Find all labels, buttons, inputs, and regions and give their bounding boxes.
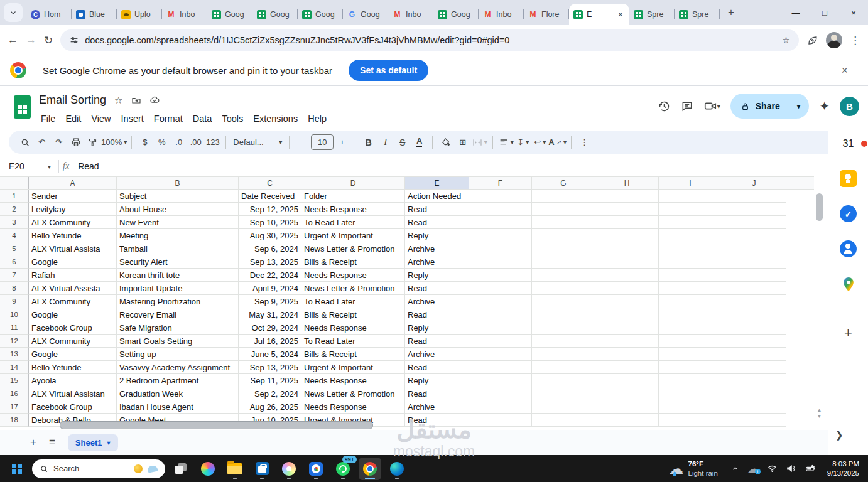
window-maximize-button[interactable]: □ <box>810 0 839 25</box>
tray-chevron-icon[interactable] <box>731 464 739 473</box>
cell-B4[interactable]: Meeting <box>117 229 239 242</box>
cell-G13[interactable] <box>532 348 595 361</box>
strikethrough-button[interactable]: S <box>394 134 411 151</box>
cell-C2[interactable]: Sep 12, 2025 <box>239 203 301 216</box>
row-header-3[interactable]: 3 <box>0 216 29 229</box>
cell-E11[interactable]: Reply <box>405 321 469 335</box>
cell-D4[interactable]: Urgent & Important <box>301 229 405 242</box>
cell-G14[interactable] <box>532 361 595 374</box>
cell-F9[interactable] <box>469 295 532 308</box>
rail-maps-icon[interactable] <box>840 276 857 292</box>
merge-cells-button[interactable]: ▾ <box>471 134 488 151</box>
cell-G9[interactable] <box>532 295 595 308</box>
cell-E6[interactable]: Archive <box>405 255 469 269</box>
cell-H16[interactable] <box>595 387 659 400</box>
format-percent-button[interactable]: % <box>153 134 170 151</box>
cell-C12[interactable]: Jul 16, 2025 <box>239 335 301 348</box>
vertical-align-button[interactable]: ↧▾ <box>514 134 531 151</box>
browser-tab-inbo-8[interactable]: MInbo <box>388 4 433 25</box>
rail-add-icon[interactable]: + <box>840 324 857 341</box>
browser-profile-avatar[interactable] <box>826 32 842 48</box>
comments-icon[interactable] <box>681 100 693 112</box>
cell-D16[interactable]: News Letter & Promotion <box>301 387 405 400</box>
cell-G3[interactable] <box>532 216 595 229</box>
cell-H6[interactable] <box>595 255 659 269</box>
cell-I5[interactable] <box>659 242 722 255</box>
cell-G2[interactable] <box>532 203 595 216</box>
cell-A8[interactable]: ALX Virtual Assista <box>29 282 117 295</box>
volume-icon[interactable] <box>786 463 796 474</box>
cell-G12[interactable] <box>532 335 595 348</box>
italic-button[interactable]: I <box>377 134 394 151</box>
row-header-4[interactable]: 4 <box>0 229 29 242</box>
performance-leaf-icon[interactable] <box>806 35 818 46</box>
cell-J7[interactable] <box>722 269 786 282</box>
cell-I9[interactable] <box>659 295 722 308</box>
row-header-1[interactable]: 1 <box>0 190 29 203</box>
more-formats-button[interactable]: 123 <box>204 134 221 151</box>
cell-H10[interactable] <box>595 308 659 321</box>
row-header-6[interactable]: 6 <box>0 255 29 269</box>
rail-tasks-icon[interactable]: ✓ <box>840 205 857 222</box>
cell-H12[interactable] <box>595 335 659 348</box>
redo-icon[interactable]: ↷ <box>50 134 67 151</box>
taskbar-edge-icon[interactable] <box>386 458 408 480</box>
cell-J13[interactable] <box>722 348 786 361</box>
cell-F5[interactable] <box>469 242 532 255</box>
cell-J18[interactable] <box>722 414 786 427</box>
cell-C9[interactable]: Sep 9, 2025 <box>239 295 301 308</box>
cell-H7[interactable] <box>595 269 659 282</box>
cell-J16[interactable] <box>722 387 786 400</box>
cell-I7[interactable] <box>659 269 722 282</box>
cell-D12[interactable]: To Read Later <box>301 335 405 348</box>
cell-J10[interactable] <box>722 308 786 321</box>
cell-J4[interactable] <box>722 229 786 242</box>
cell-E3[interactable]: Read <box>405 216 469 229</box>
menu-view[interactable]: View <box>86 111 116 126</box>
cell-B10[interactable]: Recovery Email <box>117 308 239 321</box>
cell-D6[interactable]: Bills & Receipt <box>301 255 405 269</box>
cell-C7[interactable]: Dec 22, 2024 <box>239 269 301 282</box>
cell-F12[interactable] <box>469 335 532 348</box>
star-icon[interactable]: ☆ <box>114 95 122 106</box>
banner-close-icon[interactable]: × <box>841 64 848 77</box>
cell-I16[interactable] <box>659 387 722 400</box>
cell-H3[interactable] <box>595 216 659 229</box>
cell-B15[interactable]: 2 Bedroom Apartment <box>117 374 239 387</box>
cell-C16[interactable]: Sep 2, 2024 <box>239 387 301 400</box>
cell-B3[interactable]: New Event <box>117 216 239 229</box>
cell-B16[interactable]: Graduation Week <box>117 387 239 400</box>
cell-B9[interactable]: Mastering Priortization <box>117 295 239 308</box>
bold-button[interactable]: B <box>360 134 377 151</box>
browser-tab-goog-7[interactable]: GGoog <box>343 4 388 25</box>
taskbar-copilot-icon[interactable] <box>197 458 219 480</box>
cell-C15[interactable]: Sep 11, 2025 <box>239 374 301 387</box>
browser-tab-flore-11[interactable]: MFlore <box>524 4 569 25</box>
cell-H14[interactable] <box>595 361 659 374</box>
menu-help[interactable]: Help <box>303 111 332 126</box>
menu-edit[interactable]: Edit <box>60 111 86 126</box>
site-settings-icon[interactable] <box>69 35 79 45</box>
cell-D13[interactable]: Bills & Receipt <box>301 348 405 361</box>
browser-menu-icon[interactable]: ⋮ <box>850 34 860 47</box>
cell-E4[interactable]: Reply <box>405 229 469 242</box>
cell-A14[interactable]: Bello Yetunde <box>29 361 117 374</box>
cell-H8[interactable] <box>595 282 659 295</box>
sheet-tab-sheet1[interactable]: Sheet1 ▾ <box>68 434 118 451</box>
weather-widget[interactable]: ☁ 76°F Light rain <box>669 459 718 478</box>
forward-button[interactable]: → <box>26 34 36 46</box>
row-header-14[interactable]: 14 <box>0 361 29 374</box>
taskbar-paint-icon[interactable] <box>278 458 300 480</box>
cloud-saved-icon[interactable] <box>149 95 160 105</box>
cell-E1[interactable]: Action Needed <box>405 190 469 203</box>
cell-A16[interactable]: ALX Virtual Assistan <box>29 387 117 400</box>
cell-J14[interactable] <box>722 361 786 374</box>
cell-D9[interactable]: To Read Later <box>301 295 405 308</box>
cell-G16[interactable] <box>532 387 595 400</box>
column-header-H[interactable]: H <box>595 177 659 189</box>
increase-font-size-button[interactable]: + <box>334 134 350 151</box>
cell-C17[interactable]: Aug 26, 2025 <box>239 400 301 414</box>
taskbar-clock[interactable]: 8:03 PM 9/13/2025 <box>827 459 859 478</box>
sheets-logo-icon[interactable] <box>14 95 31 119</box>
cell-I3[interactable] <box>659 216 722 229</box>
